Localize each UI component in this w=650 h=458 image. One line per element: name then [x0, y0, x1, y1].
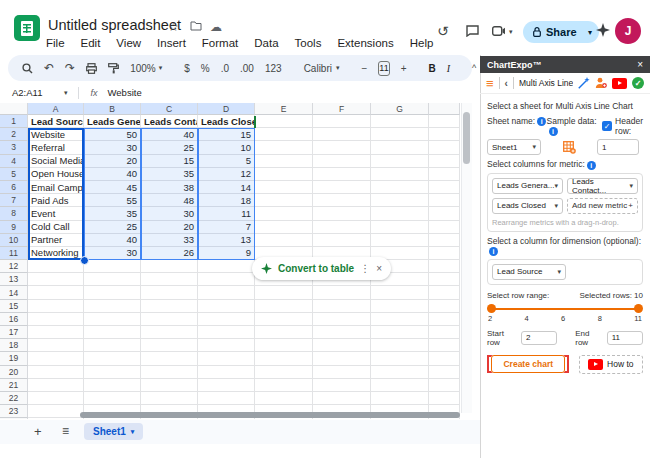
- metric-select-1[interactable]: Leads Genera...▾: [492, 178, 563, 194]
- column-header[interactable]: [429, 103, 460, 115]
- cell[interactable]: [84, 286, 141, 299]
- column-header-f[interactable]: F: [313, 103, 371, 115]
- cell[interactable]: [28, 392, 84, 405]
- row-header-6[interactable]: 6: [0, 181, 28, 194]
- cell[interactable]: 48: [141, 194, 198, 207]
- cell[interactable]: [198, 286, 255, 299]
- convert-to-table-chip[interactable]: Convert to table ⋮ ×: [252, 257, 391, 280]
- cell[interactable]: [429, 115, 460, 128]
- slider-handle-end[interactable]: [634, 304, 643, 313]
- cell[interactable]: [429, 326, 460, 339]
- row-header-18[interactable]: 18: [0, 339, 28, 352]
- row-header-14[interactable]: 14: [0, 286, 28, 299]
- column-header-e[interactable]: E: [255, 103, 313, 115]
- header-row-input[interactable]: 1: [597, 139, 639, 155]
- cell[interactable]: [429, 300, 460, 313]
- cell[interactable]: 15: [141, 155, 198, 168]
- cell[interactable]: [371, 286, 429, 299]
- row-header-21[interactable]: 21: [0, 379, 28, 392]
- cell[interactable]: 10: [198, 141, 255, 154]
- cell[interactable]: [255, 300, 313, 313]
- cell[interactable]: [371, 352, 429, 365]
- cell[interactable]: [429, 168, 460, 181]
- info-icon[interactable]: i: [587, 161, 596, 170]
- version-history-icon[interactable]: ↺: [437, 23, 449, 39]
- magic-wand-icon[interactable]: [578, 77, 590, 89]
- cell[interactable]: [141, 352, 198, 365]
- paint-format-icon[interactable]: [108, 63, 119, 74]
- search-icon[interactable]: [22, 63, 33, 74]
- cell[interactable]: [28, 300, 84, 313]
- cell[interactable]: [371, 379, 429, 392]
- font-size-input[interactable]: 11: [378, 61, 389, 76]
- menu-tools[interactable]: Tools: [295, 37, 322, 49]
- sheet-name-select[interactable]: Sheet1▾: [487, 139, 541, 155]
- cell[interactable]: [198, 366, 255, 379]
- chartexpo-menu-icon[interactable]: ≡: [486, 76, 494, 91]
- format-currency-button[interactable]: $: [184, 63, 190, 74]
- row-header-20[interactable]: 20: [0, 366, 28, 379]
- chip-close-icon[interactable]: ×: [376, 263, 382, 274]
- cell[interactable]: [313, 128, 371, 141]
- row-header-10[interactable]: 10: [0, 234, 28, 247]
- cell[interactable]: [255, 181, 313, 194]
- cell[interactable]: [28, 313, 84, 326]
- font-family-select[interactable]: Calibri▾: [304, 63, 340, 74]
- cell[interactable]: 18: [198, 194, 255, 207]
- cell[interactable]: 5: [198, 155, 255, 168]
- cell[interactable]: [429, 234, 460, 247]
- cell[interactable]: [141, 273, 198, 286]
- cell[interactable]: [28, 273, 84, 286]
- cell[interactable]: [371, 234, 429, 247]
- cell[interactable]: [198, 273, 255, 286]
- cell[interactable]: [84, 352, 141, 365]
- row-range-slider[interactable]: [487, 304, 643, 314]
- cell[interactable]: [313, 418, 371, 419]
- cell[interactable]: [255, 194, 313, 207]
- row-header-7[interactable]: 7: [0, 194, 28, 207]
- cell[interactable]: 25: [141, 141, 198, 154]
- cell[interactable]: [429, 366, 460, 379]
- redo-icon[interactable]: ↷: [65, 61, 75, 75]
- cell[interactable]: [255, 128, 313, 141]
- cell[interactable]: [371, 326, 429, 339]
- row-header-22[interactable]: 22: [0, 392, 28, 405]
- cell[interactable]: [141, 260, 198, 273]
- dimension-select[interactable]: Lead Source▾: [492, 264, 566, 280]
- youtube-icon[interactable]: [612, 78, 627, 89]
- all-sheets-icon[interactable]: ≡: [62, 424, 69, 438]
- cell[interactable]: [371, 366, 429, 379]
- row-header-16[interactable]: 16: [0, 313, 28, 326]
- row-header-17[interactable]: 17: [0, 326, 28, 339]
- how-to-button[interactable]: How to: [579, 355, 642, 374]
- chartexpo-alert-icon[interactable]: ✓: [632, 77, 644, 89]
- cell[interactable]: [141, 286, 198, 299]
- cell[interactable]: [141, 339, 198, 352]
- cell[interactable]: [429, 207, 460, 220]
- row-header-11[interactable]: 11: [0, 247, 28, 260]
- cell[interactable]: [84, 260, 141, 273]
- cell[interactable]: [255, 234, 313, 247]
- row-header-19[interactable]: 19: [0, 352, 28, 365]
- cell[interactable]: 40: [141, 128, 198, 141]
- row-header-13[interactable]: 13: [0, 273, 28, 286]
- cell[interactable]: 20: [84, 155, 141, 168]
- cell[interactable]: [429, 128, 460, 141]
- fill-handle[interactable]: [80, 256, 89, 265]
- cell[interactable]: [28, 260, 84, 273]
- cell[interactable]: [198, 379, 255, 392]
- cell[interactable]: [84, 313, 141, 326]
- cell[interactable]: 7: [198, 221, 255, 234]
- cell[interactable]: [255, 141, 313, 154]
- column-header-d[interactable]: D: [198, 103, 255, 115]
- cell[interactable]: Leads Generated: [84, 115, 141, 128]
- cell[interactable]: 15: [198, 128, 255, 141]
- cell[interactable]: 25: [84, 221, 141, 234]
- cell[interactable]: [429, 247, 460, 260]
- gemini-sparkle-icon[interactable]: [596, 23, 610, 37]
- metric-select-3[interactable]: Leads Closed▾: [492, 198, 563, 214]
- horizontal-scrollbar-thumb[interactable]: [80, 412, 460, 418]
- cell[interactable]: [371, 339, 429, 352]
- undo-icon[interactable]: ↶: [44, 61, 54, 75]
- cell[interactable]: [141, 418, 198, 419]
